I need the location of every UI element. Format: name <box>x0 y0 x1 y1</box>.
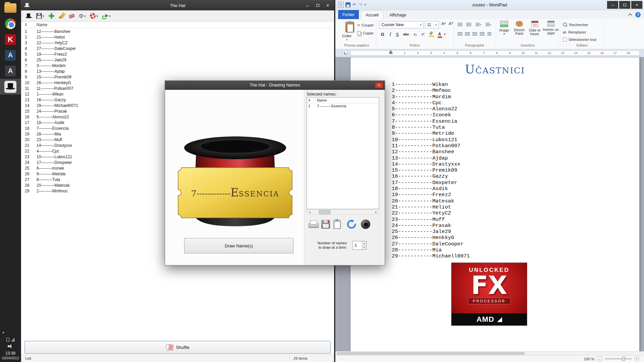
close-button[interactable]: × <box>323 1 333 9</box>
zoom-slider-thumb[interactable] <box>622 357 625 361</box>
align-left-button[interactable] <box>456 31 464 38</box>
print-icon[interactable] <box>309 220 318 228</box>
grow-font-button[interactable]: A▴ <box>440 21 447 28</box>
column-name[interactable]: Name <box>35 22 47 28</box>
font-color-caret[interactable]: ▾ <box>443 31 447 38</box>
shuffle-button[interactable]: Shuffle <box>24 341 331 354</box>
name-list-row[interactable]: 6 25----------Jale29 <box>24 57 331 63</box>
name-list-row[interactable]: 1 12----------Banshee <box>24 28 331 34</box>
dock-item-kaspersky[interactable]: K <box>0 32 21 47</box>
names-count-spinner[interactable]: 1 ▴ ▾ <box>352 241 367 250</box>
name-list-row[interactable]: 3 22----------YetyCZ <box>24 40 331 46</box>
help-button[interactable]: ▾ <box>89 12 99 20</box>
dialog-close-button[interactable]: × <box>375 82 383 88</box>
insert-paint-button[interactable]: Dessin Paint <box>512 20 527 42</box>
refresh-icon[interactable] <box>347 220 356 229</box>
hat-menu-button[interactable] <box>24 12 33 20</box>
superscript-button[interactable]: x² <box>419 31 426 38</box>
increase-indent-button[interactable] <box>465 21 472 28</box>
qat-caret-down-icon[interactable]: ▾ <box>364 3 366 6</box>
column-number[interactable]: # <box>24 22 35 28</box>
column-number[interactable]: # <box>307 98 316 103</box>
name-list-row[interactable]: 7 3----------Mordim <box>24 63 331 68</box>
save-results-icon[interactable] <box>321 220 330 229</box>
align-right-button[interactable] <box>471 31 478 38</box>
settings-button[interactable]: ⚙▾ <box>78 12 87 20</box>
ruler[interactable]: 123456789101112131415161718 <box>335 49 644 57</box>
dock-item-chrome[interactable] <box>0 16 21 32</box>
select-all-button[interactable]: Sélectionner tout <box>563 37 596 43</box>
dock-item-app-a1[interactable]: A <box>0 47 21 63</box>
delete-name-button[interactable] <box>68 12 75 20</box>
cut-button[interactable]: ✂ Couper <box>356 22 375 28</box>
insert-image-button[interactable]: Image ▾ <box>497 20 511 42</box>
underline-button[interactable]: S <box>394 31 401 38</box>
tab-affichage[interactable]: Affichage <box>385 11 411 19</box>
tab-fichier[interactable]: Fichier <box>338 10 359 19</box>
font-size-combo[interactable]: 11 ▾ <box>425 21 439 28</box>
spinner-down-icon[interactable]: ▾ <box>362 246 366 250</box>
bold-button[interactable]: G <box>379 31 386 38</box>
tray-page-icon[interactable] <box>6 338 9 342</box>
name-list-row[interactable]: 2 21----------Heliot <box>24 34 331 40</box>
list-button[interactable]: ▾ <box>474 21 483 28</box>
minimize-button[interactable]: – <box>607 1 618 9</box>
indent-marker[interactable] <box>389 50 392 52</box>
tab-selector-icon[interactable] <box>343 51 347 55</box>
shrink-font-button[interactable]: A▾ <box>447 21 454 28</box>
name-list-row[interactable]: 8 13----------Ajdap <box>24 68 331 74</box>
draw-names-button[interactable]: Draw Name(s) <box>184 238 293 253</box>
the-hat-titlebar[interactable]: The Hat – × <box>21 0 334 10</box>
find-button[interactable]: Rechercher <box>563 22 588 28</box>
name-list-row[interactable]: 5 19----------Freez2 <box>24 51 331 57</box>
scrollbar-track[interactable] <box>312 210 373 215</box>
selected-name-row[interactable]: 1 7----------Essencia <box>307 103 379 109</box>
highlight-button[interactable] <box>428 31 435 38</box>
tab-accueil[interactable]: Accueil <box>361 11 383 19</box>
column-name[interactable]: Name <box>316 98 327 103</box>
spinner-value[interactable]: 1 <box>353 241 362 249</box>
selected-list-scrollbar[interactable]: ◂ ▸ <box>307 209 379 215</box>
italic-button[interactable]: I <box>386 31 393 38</box>
redo-icon[interactable]: ↷ <box>359 2 363 7</box>
edit-name-button[interactable] <box>58 12 66 20</box>
scroll-right-icon[interactable]: ▸ <box>373 210 379 215</box>
align-center-button[interactable] <box>464 31 471 38</box>
font-family-combo[interactable]: Courier New ▾ <box>379 21 423 28</box>
dock-item-the-hat[interactable] <box>0 79 21 95</box>
copy-button[interactable]: Copier <box>356 30 375 37</box>
close-button[interactable]: × <box>631 1 642 9</box>
maximize-button[interactable] <box>619 1 630 9</box>
font-color-button[interactable]: A <box>436 31 443 38</box>
clipboard-icon[interactable] <box>333 220 341 229</box>
document-page[interactable]: Učastnici 1------------Wikan2-----------… <box>350 57 640 351</box>
volume-icon[interactable] <box>8 344 13 348</box>
dock-item-app-a2[interactable]: A <box>0 63 21 79</box>
save-icon[interactable] <box>345 2 351 7</box>
zoom-in-button[interactable]: + <box>634 356 639 361</box>
name-list-row[interactable]: 4 27----------DaleCooper <box>24 46 331 51</box>
amd-fx-image[interactable]: UNLOCKED FX PROCESSOR AMD <box>451 262 527 326</box>
horizontal-scrollbar[interactable] <box>335 351 644 355</box>
strikethrough-button[interactable]: abc <box>401 31 411 38</box>
paragraph-dialog-button[interactable] <box>486 31 493 38</box>
webcam-icon[interactable] <box>361 220 370 229</box>
scrollbar-thumb[interactable] <box>319 210 330 214</box>
paste-button[interactable]: Coller ▾ <box>339 20 355 42</box>
share-button[interactable]: ▾ <box>101 12 112 20</box>
maximize-button[interactable] <box>313 1 323 9</box>
tray-expand-arrow[interactable]: ▸ <box>0 330 21 335</box>
spinner-up-icon[interactable]: ▴ <box>362 241 366 246</box>
line-spacing-button[interactable]: ▾ <box>484 21 493 28</box>
wordpad-titlebar[interactable]: ↶ ↷ ▾ soutez - WordPad – × <box>335 0 644 10</box>
save-list-button[interactable]: ▾ <box>35 12 45 20</box>
minimize-button[interactable]: – <box>303 1 313 9</box>
dialog-titlebar[interactable]: The Hat - Drawing Names × <box>165 81 385 90</box>
undo-icon[interactable]: ↶ <box>353 2 357 7</box>
network-signal-icon[interactable] <box>12 338 14 342</box>
zoom-slider[interactable] <box>605 358 632 359</box>
decrease-indent-button[interactable] <box>456 21 464 28</box>
add-name-button[interactable] <box>48 12 55 20</box>
insert-object-button[interactable]: Insérer un objet <box>543 20 559 42</box>
replace-button[interactable]: ab Remplacer <box>563 29 586 35</box>
